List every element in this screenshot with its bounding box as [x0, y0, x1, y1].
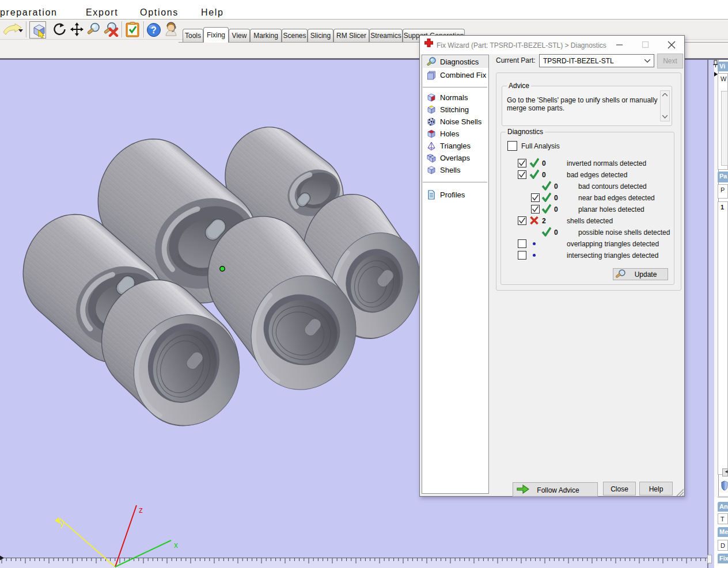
svg-text:?: ?: [151, 25, 157, 35]
svg-text:z: z: [139, 505, 143, 514]
svg-text:y: y: [60, 519, 64, 528]
svg-text:x: x: [174, 540, 178, 550]
